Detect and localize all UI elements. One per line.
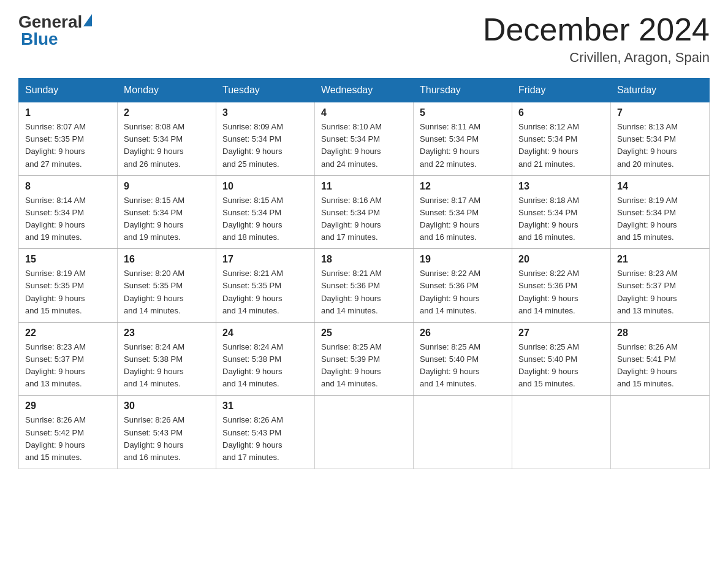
day-info: Sunrise: 8:07 AMSunset: 5:35 PMDaylight:… xyxy=(25,121,111,170)
day-info: Sunrise: 8:18 AMSunset: 5:34 PMDaylight:… xyxy=(518,194,604,244)
day-info: Sunrise: 8:16 AMSunset: 5:34 PMDaylight:… xyxy=(321,194,407,244)
calendar-day-cell: 15Sunrise: 8:19 AMSunset: 5:35 PMDayligh… xyxy=(19,249,118,323)
calendar-day-cell: 4Sunrise: 8:10 AMSunset: 5:34 PMDaylight… xyxy=(315,102,414,176)
day-number: 11 xyxy=(321,181,407,192)
calendar-day-cell: 30Sunrise: 8:26 AMSunset: 5:43 PMDayligh… xyxy=(118,396,216,469)
day-number: 7 xyxy=(617,107,703,118)
location-title: Crivillen, Aragon, Spain xyxy=(483,50,710,66)
logo-triangle-icon xyxy=(83,14,92,26)
calendar-day-cell: 5Sunrise: 8:11 AMSunset: 5:34 PMDaylight… xyxy=(414,102,512,176)
calendar-day-cell: 24Sunrise: 8:24 AMSunset: 5:38 PMDayligh… xyxy=(216,322,315,396)
day-number: 16 xyxy=(124,254,210,265)
calendar-table: SundayMondayTuesdayWednesdayThursdayFrid… xyxy=(18,78,710,469)
day-info: Sunrise: 8:23 AMSunset: 5:37 PMDaylight:… xyxy=(617,267,703,317)
day-info: Sunrise: 8:13 AMSunset: 5:34 PMDaylight:… xyxy=(617,121,703,170)
weekday-header-thursday: Thursday xyxy=(414,79,512,102)
calendar-day-cell: 23Sunrise: 8:24 AMSunset: 5:38 PMDayligh… xyxy=(118,322,216,396)
calendar-day-cell: 10Sunrise: 8:15 AMSunset: 5:34 PMDayligh… xyxy=(216,175,315,249)
day-number: 6 xyxy=(518,107,604,118)
day-info: Sunrise: 8:20 AMSunset: 5:35 PMDaylight:… xyxy=(124,267,210,317)
calendar-day-cell xyxy=(512,396,611,469)
logo-blue-text: Blue xyxy=(21,29,58,48)
title-area: December 2024 Crivillen, Aragon, Spain xyxy=(483,12,710,66)
day-number: 13 xyxy=(518,181,604,192)
calendar-day-cell: 27Sunrise: 8:25 AMSunset: 5:40 PMDayligh… xyxy=(512,322,611,396)
day-info: Sunrise: 8:22 AMSunset: 5:36 PMDaylight:… xyxy=(518,267,604,317)
day-info: Sunrise: 8:15 AMSunset: 5:34 PMDaylight:… xyxy=(124,194,210,244)
day-number: 28 xyxy=(617,327,703,339)
day-number: 20 xyxy=(518,254,604,265)
calendar-day-cell: 13Sunrise: 8:18 AMSunset: 5:34 PMDayligh… xyxy=(512,175,611,249)
day-info: Sunrise: 8:15 AMSunset: 5:34 PMDaylight:… xyxy=(222,194,308,244)
weekday-header-row: SundayMondayTuesdayWednesdayThursdayFrid… xyxy=(19,79,710,102)
logo: General Blue xyxy=(18,12,93,49)
calendar-day-cell: 8Sunrise: 8:14 AMSunset: 5:34 PMDaylight… xyxy=(19,175,118,249)
day-number: 25 xyxy=(321,327,407,339)
day-number: 21 xyxy=(617,254,703,265)
calendar-day-cell: 11Sunrise: 8:16 AMSunset: 5:34 PMDayligh… xyxy=(315,175,414,249)
weekday-header-wednesday: Wednesday xyxy=(315,79,414,102)
day-number: 22 xyxy=(25,327,111,339)
day-number: 4 xyxy=(321,107,407,118)
calendar-day-cell: 12Sunrise: 8:17 AMSunset: 5:34 PMDayligh… xyxy=(414,175,512,249)
day-number: 12 xyxy=(420,181,506,192)
day-number: 10 xyxy=(222,181,308,192)
day-number: 26 xyxy=(420,327,506,339)
day-info: Sunrise: 8:11 AMSunset: 5:34 PMDaylight:… xyxy=(420,121,506,170)
page-header: General Blue December 2024 Crivillen, Ar… xyxy=(18,12,710,66)
calendar-day-cell: 3Sunrise: 8:09 AMSunset: 5:34 PMDaylight… xyxy=(216,102,315,176)
day-info: Sunrise: 8:26 AMSunset: 5:43 PMDaylight:… xyxy=(222,414,308,464)
day-info: Sunrise: 8:09 AMSunset: 5:34 PMDaylight:… xyxy=(222,121,308,170)
day-info: Sunrise: 8:14 AMSunset: 5:34 PMDaylight:… xyxy=(25,194,111,244)
weekday-header-tuesday: Tuesday xyxy=(216,79,315,102)
calendar-day-cell: 26Sunrise: 8:25 AMSunset: 5:40 PMDayligh… xyxy=(414,322,512,396)
weekday-header-friday: Friday xyxy=(512,79,611,102)
day-info: Sunrise: 8:26 AMSunset: 5:41 PMDaylight:… xyxy=(617,341,703,391)
calendar-day-cell: 2Sunrise: 8:08 AMSunset: 5:34 PMDaylight… xyxy=(118,102,216,176)
day-info: Sunrise: 8:24 AMSunset: 5:38 PMDaylight:… xyxy=(222,341,308,391)
day-number: 18 xyxy=(321,254,407,265)
day-number: 19 xyxy=(420,254,506,265)
day-info: Sunrise: 8:08 AMSunset: 5:34 PMDaylight:… xyxy=(124,121,210,170)
day-number: 9 xyxy=(124,181,210,192)
weekday-header-saturday: Saturday xyxy=(611,79,710,102)
day-number: 5 xyxy=(420,107,506,118)
day-info: Sunrise: 8:17 AMSunset: 5:34 PMDaylight:… xyxy=(420,194,506,244)
day-number: 15 xyxy=(25,254,111,265)
day-info: Sunrise: 8:21 AMSunset: 5:36 PMDaylight:… xyxy=(321,267,407,317)
day-info: Sunrise: 8:26 AMSunset: 5:42 PMDaylight:… xyxy=(25,414,111,464)
day-info: Sunrise: 8:12 AMSunset: 5:34 PMDaylight:… xyxy=(518,121,604,170)
day-number: 31 xyxy=(222,400,308,412)
calendar-day-cell: 18Sunrise: 8:21 AMSunset: 5:36 PMDayligh… xyxy=(315,249,414,323)
day-number: 8 xyxy=(25,181,111,192)
calendar-day-cell xyxy=(414,396,512,469)
month-title: December 2024 xyxy=(483,12,710,47)
calendar-day-cell: 31Sunrise: 8:26 AMSunset: 5:43 PMDayligh… xyxy=(216,396,315,469)
calendar-day-cell: 16Sunrise: 8:20 AMSunset: 5:35 PMDayligh… xyxy=(118,249,216,323)
weekday-header-monday: Monday xyxy=(118,79,216,102)
day-info: Sunrise: 8:25 AMSunset: 5:39 PMDaylight:… xyxy=(321,341,407,391)
day-info: Sunrise: 8:10 AMSunset: 5:34 PMDaylight:… xyxy=(321,121,407,170)
calendar-body: 1Sunrise: 8:07 AMSunset: 5:35 PMDaylight… xyxy=(19,102,710,469)
weekday-header-sunday: Sunday xyxy=(19,79,118,102)
day-number: 17 xyxy=(222,254,308,265)
calendar-day-cell: 17Sunrise: 8:21 AMSunset: 5:35 PMDayligh… xyxy=(216,249,315,323)
day-info: Sunrise: 8:23 AMSunset: 5:37 PMDaylight:… xyxy=(25,341,111,391)
calendar-header: SundayMondayTuesdayWednesdayThursdayFrid… xyxy=(19,79,710,102)
calendar-day-cell: 1Sunrise: 8:07 AMSunset: 5:35 PMDaylight… xyxy=(19,102,118,176)
calendar-week-row: 8Sunrise: 8:14 AMSunset: 5:34 PMDaylight… xyxy=(19,175,710,249)
calendar-week-row: 1Sunrise: 8:07 AMSunset: 5:35 PMDaylight… xyxy=(19,102,710,176)
day-info: Sunrise: 8:21 AMSunset: 5:35 PMDaylight:… xyxy=(222,267,308,317)
calendar-day-cell: 28Sunrise: 8:26 AMSunset: 5:41 PMDayligh… xyxy=(611,322,710,396)
calendar-day-cell: 7Sunrise: 8:13 AMSunset: 5:34 PMDaylight… xyxy=(611,102,710,176)
calendar-week-row: 29Sunrise: 8:26 AMSunset: 5:42 PMDayligh… xyxy=(19,396,710,469)
day-number: 23 xyxy=(124,327,210,339)
day-info: Sunrise: 8:25 AMSunset: 5:40 PMDaylight:… xyxy=(518,341,604,391)
day-number: 14 xyxy=(617,181,703,192)
day-info: Sunrise: 8:24 AMSunset: 5:38 PMDaylight:… xyxy=(124,341,210,391)
calendar-day-cell: 29Sunrise: 8:26 AMSunset: 5:42 PMDayligh… xyxy=(19,396,118,469)
calendar-week-row: 15Sunrise: 8:19 AMSunset: 5:35 PMDayligh… xyxy=(19,249,710,323)
calendar-day-cell xyxy=(315,396,414,469)
day-info: Sunrise: 8:26 AMSunset: 5:43 PMDaylight:… xyxy=(124,414,210,464)
calendar-day-cell: 19Sunrise: 8:22 AMSunset: 5:36 PMDayligh… xyxy=(414,249,512,323)
